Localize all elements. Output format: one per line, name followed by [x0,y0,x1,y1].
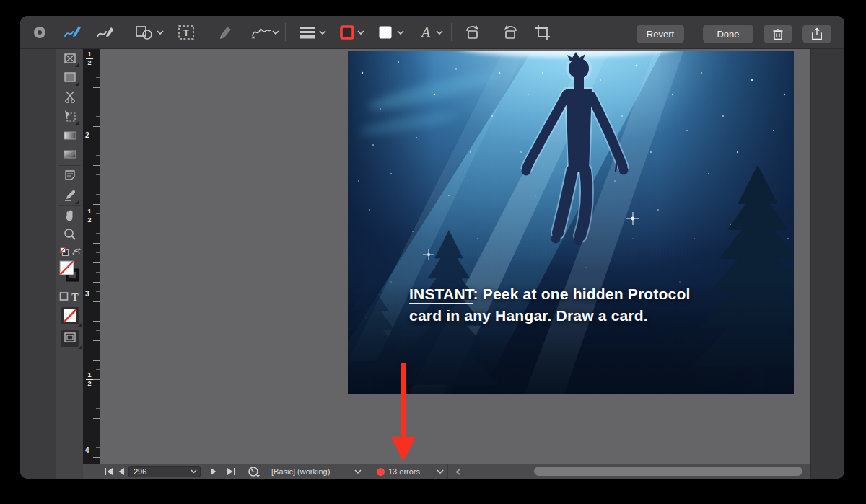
trash-button[interactable] [764,25,792,43]
revert-label: Revert [647,29,674,40]
zoom-tool-icon[interactable] [64,228,76,241]
panel-dock-strip [810,49,844,479]
desktop-background: T [0,0,866,504]
scissors-tool-icon[interactable] [64,90,76,103]
toolbar-separator [451,23,452,41]
card-artwork [348,51,794,394]
page-field-chevron-icon[interactable] [191,469,197,474]
last-page-button[interactable] [225,464,237,479]
statusbar-divider [447,464,448,479]
free-transform-tool-icon[interactable] [64,110,76,123]
eyedropper-tool-icon[interactable] [64,189,76,202]
panel-separator [58,205,81,206]
share-icon [811,27,823,40]
ruler-label-half: 12 [86,372,93,387]
fill-color-chevron-icon[interactable] [396,16,405,48]
sign-chevron-icon[interactable] [271,16,280,48]
screen-mode-button[interactable] [61,330,79,347]
document-canvas: INSTANT: Peek at one hidden Protocol car… [100,49,810,479]
draw-tool-button[interactable] [95,16,116,48]
annotate-indicator-icon [30,16,49,48]
rotate-right-button[interactable] [500,16,520,48]
border-color-well[interactable] [338,16,356,48]
ruler-label-half: 12 [86,208,93,224]
rotate-left-button[interactable] [463,16,483,48]
gradient-swatch-tool-icon[interactable] [64,131,76,141]
card-text-line1: : Peek at one hidden Protocol [473,286,691,302]
formatting-text-letter: T [71,292,79,302]
note-tool-icon[interactable] [64,169,76,181]
fill-color-well[interactable] [377,16,394,48]
rectangle-tool-icon[interactable] [64,71,76,84]
shape-style-button[interactable] [297,16,318,48]
preflight-gauge-icon[interactable] [247,464,261,479]
hand-tool-icon[interactable] [64,209,76,222]
preflight-chevron-icon[interactable] [354,464,362,479]
border-color-chevron-icon[interactable] [357,16,365,48]
markup-window: T [20,16,844,479]
horizontal-scrollbar-thumb[interactable] [534,467,802,476]
annotated-screenshot: T 12 2 12 3 12 4 [20,49,844,479]
preflight-profile-label: [Basic] (working) [271,464,330,479]
formatting-affects-icons[interactable]: T [59,291,81,302]
panel-separator [58,165,81,166]
previous-page-button[interactable] [117,464,126,479]
share-button[interactable] [802,25,831,43]
shape-style-chevron-icon[interactable] [318,16,327,48]
highlight-tool-button [215,16,235,48]
ruler-label-half: 12 [86,51,93,66]
instant-keyword: INSTANT [409,286,473,304]
error-status-dot [377,464,385,479]
toolbar-separator [285,23,286,41]
errors-chevron-icon[interactable] [436,464,445,479]
shapes-chevron-icon[interactable] [156,16,165,48]
trash-icon [772,28,784,40]
ruler-label: 3 [85,291,89,298]
fill-stroke-swatches[interactable] [59,260,81,283]
card-rules-text: INSTANT: Peek at one hidden Protocol car… [409,283,748,327]
text-tool-button[interactable]: T [176,16,196,48]
default-swatches-icon[interactable] [60,247,69,257]
crop-button[interactable] [533,16,553,48]
vertical-ruler: 12 2 12 3 12 4 [83,49,100,479]
panel-separator [58,87,81,87]
page-number-value: 296 [134,467,146,476]
tools-panel: T [56,49,83,479]
next-page-button[interactable] [209,464,218,479]
frame-tool-icon[interactable] [64,52,76,65]
done-button[interactable]: Done [703,25,753,43]
status-bar: 296 [Basic] (working) [100,464,810,479]
swap-swatches-icon[interactable] [72,247,81,256]
text-tool-letter: T [183,27,189,38]
markup-toolbar: T [20,16,844,49]
ruler-ticks [83,49,100,464]
done-label: Done [717,29,739,40]
revert-button[interactable]: Revert [637,25,684,43]
first-page-button[interactable] [102,464,114,479]
error-count-label: 13 errors [388,464,420,479]
text-style-chevron-icon[interactable] [435,16,444,48]
red-arrow-annotation[interactable] [390,363,417,464]
card-page: INSTANT: Peek at one hidden Protocol car… [348,51,794,394]
text-style-letter: A [421,25,430,40]
page-number-field[interactable]: 296 [128,466,201,477]
sketch-tool-button[interactable] [62,16,84,48]
scroll-left-icon[interactable] [453,464,462,479]
gradient-feather-tool-icon[interactable] [64,149,76,159]
app-frame-strip [20,49,56,479]
card-text-line2: card in any Hangar. Draw a card. [409,307,648,324]
text-style-button[interactable]: A [416,16,435,48]
sign-tool-button[interactable] [250,16,273,48]
shapes-tool-button[interactable] [134,16,154,48]
ruler-bottom-fill [83,464,100,479]
ruler-label: 4 [85,447,89,454]
fill-none-button[interactable] [61,307,79,324]
ruler-label: 2 [85,132,89,139]
